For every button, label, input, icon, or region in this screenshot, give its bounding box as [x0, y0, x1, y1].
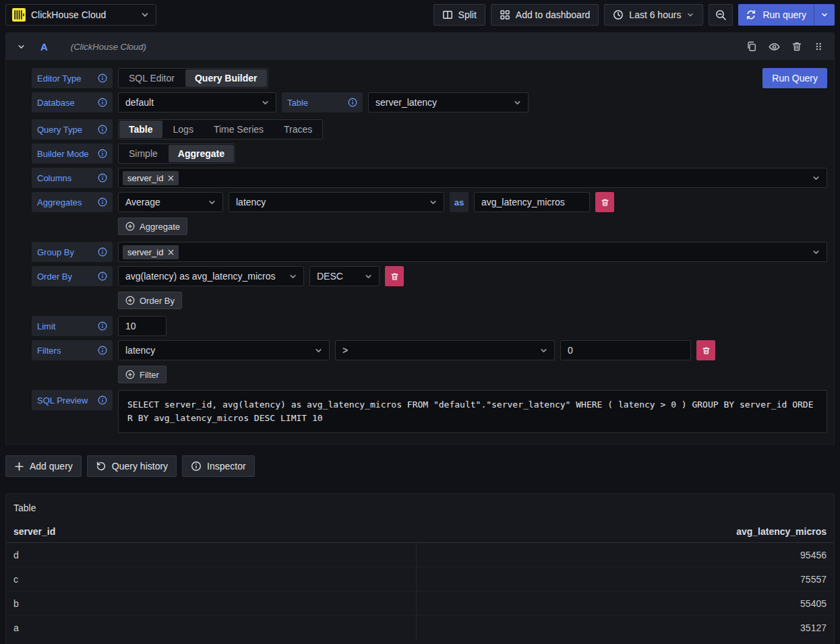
builder-mode-label: Builder Mode: [32, 143, 113, 164]
add-filter-button[interactable]: Filter: [118, 366, 167, 383]
clock-icon: [613, 9, 624, 20]
info-icon[interactable]: [98, 197, 107, 207]
datasource-picker[interactable]: ClickHouse Cloud: [5, 4, 156, 26]
chevron-down-icon: [202, 198, 216, 207]
run-query-main[interactable]: Run query: [738, 4, 814, 26]
datasource-name: ClickHouse Cloud: [31, 9, 106, 20]
info-icon[interactable]: [98, 321, 107, 331]
chevron-down-icon: [534, 346, 548, 355]
remove-query-trash-icon[interactable]: [791, 41, 802, 52]
run-query-dropdown[interactable]: [814, 4, 835, 26]
add-to-dashboard-button[interactable]: Add to dashboard: [491, 4, 599, 26]
info-icon[interactable]: [98, 149, 107, 158]
info-icon[interactable]: [98, 395, 107, 405]
time-range-picker[interactable]: Last 6 hours: [604, 4, 703, 26]
editor-type-label: Editor Type: [32, 68, 113, 88]
builder-mode-aggregate[interactable]: Aggregate: [169, 145, 234, 162]
split-icon: [442, 9, 453, 20]
limit-input[interactable]: [118, 316, 167, 336]
info-icon[interactable]: [98, 73, 107, 83]
add-query-button[interactable]: Add query: [5, 455, 82, 477]
info-icon[interactable]: [348, 98, 357, 107]
builder-mode-simple[interactable]: Simple: [119, 145, 168, 162]
info-icon[interactable]: [98, 271, 107, 281]
sql-preview-label: SQL Preview: [32, 390, 113, 410]
run-query-split-button[interactable]: Run query: [738, 4, 835, 26]
aggregate-function-select[interactable]: Average: [118, 192, 223, 212]
database-table-row: Database default Table server_latency: [32, 92, 827, 112]
aggregate-alias-input[interactable]: [474, 192, 590, 212]
columns-multiselect[interactable]: server_id: [118, 168, 827, 188]
order-by-direction-select[interactable]: DESC: [309, 266, 380, 286]
add-filter-subrow: Filter: [32, 366, 827, 383]
info-circle-icon: [191, 461, 202, 472]
add-aggregate-button[interactable]: Aggregate: [118, 218, 187, 235]
remove-tag-icon[interactable]: [168, 175, 174, 181]
columns-tag: server_id: [123, 171, 179, 185]
column-header-server-id[interactable]: server_id: [13, 526, 417, 537]
filter-operator-select[interactable]: >: [335, 340, 555, 360]
filter-column-select[interactable]: latency: [118, 340, 330, 360]
hide-query-eye-icon[interactable]: [769, 41, 780, 53]
query-row-header[interactable]: A (ClickHouse Cloud): [6, 33, 834, 60]
query-type-table[interactable]: Table: [119, 121, 162, 138]
chevron-down-icon: [283, 272, 297, 281]
table-panel-title: Table: [6, 500, 834, 523]
query-ref-id[interactable]: A: [40, 41, 48, 53]
query-type-traces[interactable]: Traces: [274, 121, 322, 138]
database-select[interactable]: default: [118, 92, 276, 112]
table-header-row: server_id avg_latency_micros: [6, 523, 834, 543]
aggregate-column-select[interactable]: latency: [229, 192, 444, 212]
chevron-down-icon: [256, 98, 270, 107]
collapse-chevron-icon[interactable]: [17, 42, 26, 51]
columns-label: Columns: [32, 168, 113, 188]
table-select[interactable]: server_latency: [368, 92, 529, 112]
remove-filter-button[interactable]: [696, 340, 715, 360]
table-row: a 35127: [6, 616, 834, 640]
zoom-out-button[interactable]: [709, 4, 733, 26]
remove-order-by-button[interactable]: [385, 266, 404, 286]
chevron-down-icon: [140, 10, 150, 20]
query-type-toggle: Table Logs Time Series Traces: [118, 119, 323, 139]
info-icon[interactable]: [98, 173, 107, 183]
sql-preview-row: SQL Preview SELECT server_id, avg(latenc…: [32, 390, 827, 433]
info-icon[interactable]: [98, 98, 107, 107]
order-by-label: Order By: [32, 266, 113, 286]
add-order-by-button[interactable]: Order By: [118, 292, 182, 309]
query-history-button[interactable]: Query history: [87, 455, 177, 477]
query-type-logs[interactable]: Logs: [163, 121, 204, 138]
duplicate-query-icon[interactable]: [746, 41, 757, 52]
cell-avg-latency: 95456: [417, 543, 827, 567]
split-button[interactable]: Split: [433, 4, 485, 26]
plus-circle-icon: [125, 370, 135, 379]
builder-mode-toggle: Simple Aggregate: [118, 143, 235, 164]
chevron-down-icon: [359, 272, 373, 281]
query-type-label: Query Type: [32, 119, 113, 139]
column-header-avg-latency-micros[interactable]: avg_latency_micros: [417, 526, 827, 537]
drag-handle-icon[interactable]: [814, 41, 823, 52]
remove-aggregate-button[interactable]: [595, 192, 614, 212]
info-icon[interactable]: [98, 247, 107, 257]
filters-row: Filters latency >: [32, 340, 827, 360]
remove-tag-icon[interactable]: [168, 249, 174, 255]
chevron-down-icon: [686, 11, 694, 19]
editor-type-row: Editor Type SQL Editor Query Builder Run…: [32, 68, 827, 88]
table-row: d 95456: [6, 543, 834, 567]
query-type-time-series[interactable]: Time Series: [204, 121, 274, 138]
order-by-field-select[interactable]: avg(latency) as avg_latency_micros: [118, 266, 304, 286]
filter-value-input[interactable]: [560, 340, 691, 360]
history-icon: [96, 461, 107, 472]
group-by-multiselect[interactable]: server_id: [118, 242, 827, 262]
query-builder-option[interactable]: Query Builder: [185, 69, 267, 87]
info-icon[interactable]: [98, 346, 107, 355]
sql-editor-option[interactable]: SQL Editor: [119, 69, 185, 87]
chevron-down-icon: [812, 174, 820, 183]
run-query-panel-button[interactable]: Run Query: [762, 68, 827, 88]
group-by-row: Group By server_id: [32, 242, 827, 262]
query-type-row: Query Type Table Logs Time Series Traces: [32, 119, 827, 139]
table-row: b 55405: [6, 591, 834, 616]
info-icon[interactable]: [98, 125, 107, 134]
inspector-button[interactable]: Inspector: [182, 455, 255, 477]
results-table-panel: Table server_id avg_latency_micros d 954…: [5, 493, 835, 644]
sync-icon: [746, 9, 756, 20]
